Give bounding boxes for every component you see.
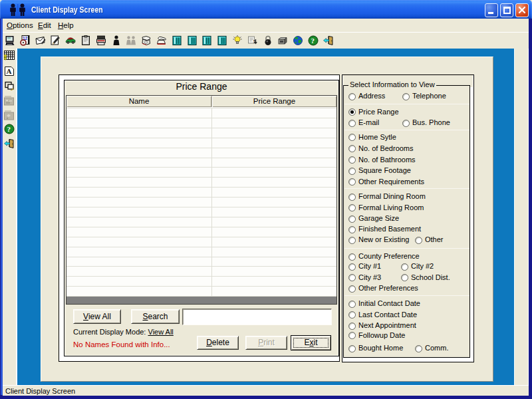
svg-text:A: A bbox=[7, 67, 12, 75]
svg-text:?: ? bbox=[311, 37, 315, 45]
svg-text:?: ? bbox=[7, 125, 11, 133]
